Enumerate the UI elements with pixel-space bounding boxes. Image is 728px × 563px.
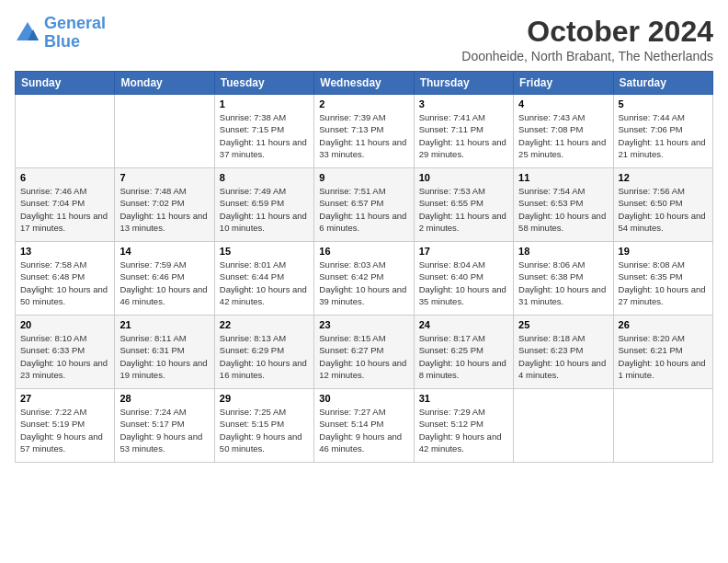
day-number: 10	[419, 172, 508, 183]
day-number: 13	[20, 246, 109, 257]
calendar-cell: 15Sunrise: 8:01 AM Sunset: 6:44 PM Dayli…	[214, 242, 313, 316]
day-number: 9	[319, 172, 408, 183]
day-number: 7	[119, 172, 209, 183]
header-row: SundayMondayTuesdayWednesdayThursdayFrid…	[16, 72, 713, 95]
day-number: 25	[518, 319, 608, 330]
day-info: Sunrise: 7:22 AM Sunset: 5:19 PM Dayligh…	[20, 406, 109, 454]
day-info: Sunrise: 7:25 AM Sunset: 5:15 PM Dayligh…	[220, 406, 309, 454]
day-info: Sunrise: 8:03 AM Sunset: 6:42 PM Dayligh…	[319, 259, 408, 307]
day-info: Sunrise: 8:11 AM Sunset: 6:31 PM Dayligh…	[119, 332, 209, 381]
header-day: Friday	[514, 72, 613, 95]
day-number: 26	[619, 319, 708, 330]
day-info: Sunrise: 7:54 AM Sunset: 6:53 PM Dayligh…	[518, 185, 608, 234]
calendar-cell: 29Sunrise: 7:25 AM Sunset: 5:15 PM Dayli…	[214, 389, 313, 463]
title-section: October 2024 Doonheide, North Brabant, T…	[461, 15, 713, 63]
day-number: 12	[619, 172, 708, 183]
day-number: 8	[220, 172, 309, 183]
calendar-cell: 1Sunrise: 7:38 AM Sunset: 7:15 PM Daylig…	[214, 95, 313, 168]
day-info: Sunrise: 8:18 AM Sunset: 6:23 PM Dayligh…	[518, 332, 608, 381]
day-number: 31	[419, 393, 508, 404]
calendar-cell	[16, 95, 115, 168]
calendar-cell: 16Sunrise: 8:03 AM Sunset: 6:42 PM Dayli…	[314, 242, 414, 316]
header-day: Tuesday	[214, 72, 313, 95]
calendar-cell: 19Sunrise: 8:08 AM Sunset: 6:35 PM Dayli…	[613, 242, 712, 316]
day-info: Sunrise: 7:29 AM Sunset: 5:12 PM Dayligh…	[419, 406, 508, 454]
calendar-cell: 8Sunrise: 7:49 AM Sunset: 6:59 PM Daylig…	[214, 168, 313, 242]
day-number: 27	[20, 393, 109, 404]
logo-general: General	[44, 14, 106, 32]
day-info: Sunrise: 7:38 AM Sunset: 7:15 PM Dayligh…	[220, 111, 309, 160]
day-info: Sunrise: 7:56 AM Sunset: 6:50 PM Dayligh…	[619, 185, 708, 234]
day-info: Sunrise: 8:17 AM Sunset: 6:25 PM Dayligh…	[419, 332, 508, 381]
day-info: Sunrise: 7:41 AM Sunset: 7:11 PM Dayligh…	[419, 111, 508, 160]
calendar-cell: 24Sunrise: 8:17 AM Sunset: 6:25 PM Dayli…	[414, 316, 513, 389]
header-day: Thursday	[414, 72, 513, 95]
day-info: Sunrise: 7:51 AM Sunset: 6:57 PM Dayligh…	[319, 185, 408, 234]
day-number: 23	[319, 319, 408, 330]
calendar-week-row: 6Sunrise: 7:46 AM Sunset: 7:04 PM Daylig…	[16, 168, 713, 242]
calendar-cell: 5Sunrise: 7:44 AM Sunset: 7:06 PM Daylig…	[613, 95, 712, 168]
logo: General Blue	[15, 15, 106, 52]
day-number: 15	[220, 246, 309, 257]
day-number: 1	[220, 98, 309, 109]
header-day: Monday	[115, 72, 214, 95]
day-info: Sunrise: 7:53 AM Sunset: 6:55 PM Dayligh…	[419, 185, 508, 234]
calendar-week-row: 13Sunrise: 7:58 AM Sunset: 6:48 PM Dayli…	[16, 242, 713, 316]
day-number: 19	[619, 246, 708, 257]
calendar-cell: 12Sunrise: 7:56 AM Sunset: 6:50 PM Dayli…	[613, 168, 712, 242]
day-info: Sunrise: 7:48 AM Sunset: 7:02 PM Dayligh…	[119, 185, 209, 234]
day-number: 5	[619, 98, 708, 109]
calendar-cell: 31Sunrise: 7:29 AM Sunset: 5:12 PM Dayli…	[414, 389, 513, 463]
calendar-cell: 14Sunrise: 7:59 AM Sunset: 6:46 PM Dayli…	[115, 242, 214, 316]
header-day: Saturday	[613, 72, 712, 95]
calendar-cell	[514, 389, 613, 463]
day-info: Sunrise: 8:04 AM Sunset: 6:40 PM Dayligh…	[419, 259, 508, 307]
calendar-cell: 4Sunrise: 7:43 AM Sunset: 7:08 PM Daylig…	[514, 95, 613, 168]
day-info: Sunrise: 7:46 AM Sunset: 7:04 PM Dayligh…	[20, 185, 109, 234]
calendar-cell: 3Sunrise: 7:41 AM Sunset: 7:11 PM Daylig…	[414, 95, 513, 168]
day-number: 22	[220, 319, 309, 330]
calendar-cell: 23Sunrise: 8:15 AM Sunset: 6:27 PM Dayli…	[314, 316, 414, 389]
calendar-week-row: 20Sunrise: 8:10 AM Sunset: 6:33 PM Dayli…	[16, 316, 713, 389]
location-title: Doonheide, North Brabant, The Netherland…	[461, 49, 713, 63]
calendar-body: 1Sunrise: 7:38 AM Sunset: 7:15 PM Daylig…	[16, 95, 713, 463]
day-number: 18	[518, 246, 608, 257]
day-info: Sunrise: 7:58 AM Sunset: 6:48 PM Dayligh…	[20, 259, 109, 307]
calendar-cell: 21Sunrise: 8:11 AM Sunset: 6:31 PM Dayli…	[115, 316, 214, 389]
day-number: 2	[319, 98, 408, 109]
day-number: 14	[119, 246, 209, 257]
calendar-week-row: 1Sunrise: 7:38 AM Sunset: 7:15 PM Daylig…	[16, 95, 713, 168]
logo-blue: Blue	[44, 32, 80, 51]
day-number: 6	[20, 172, 109, 183]
calendar-cell: 26Sunrise: 8:20 AM Sunset: 6:21 PM Dayli…	[613, 316, 712, 389]
calendar-week-row: 27Sunrise: 7:22 AM Sunset: 5:19 PM Dayli…	[16, 389, 713, 463]
day-info: Sunrise: 8:08 AM Sunset: 6:35 PM Dayligh…	[619, 259, 708, 307]
day-number: 4	[518, 98, 608, 109]
day-info: Sunrise: 7:44 AM Sunset: 7:06 PM Dayligh…	[619, 111, 708, 160]
calendar-cell: 11Sunrise: 7:54 AM Sunset: 6:53 PM Dayli…	[514, 168, 613, 242]
calendar-cell: 17Sunrise: 8:04 AM Sunset: 6:40 PM Dayli…	[414, 242, 513, 316]
day-info: Sunrise: 8:10 AM Sunset: 6:33 PM Dayligh…	[20, 332, 109, 381]
day-info: Sunrise: 7:49 AM Sunset: 6:59 PM Dayligh…	[220, 185, 309, 234]
calendar-cell: 22Sunrise: 8:13 AM Sunset: 6:29 PM Dayli…	[214, 316, 313, 389]
calendar-cell: 6Sunrise: 7:46 AM Sunset: 7:04 PM Daylig…	[16, 168, 115, 242]
calendar-cell: 28Sunrise: 7:24 AM Sunset: 5:17 PM Dayli…	[115, 389, 214, 463]
day-number: 29	[220, 393, 309, 404]
month-title: October 2024	[461, 15, 713, 49]
day-info: Sunrise: 8:15 AM Sunset: 6:27 PM Dayligh…	[319, 332, 408, 381]
day-info: Sunrise: 8:01 AM Sunset: 6:44 PM Dayligh…	[220, 259, 309, 307]
day-info: Sunrise: 7:59 AM Sunset: 6:46 PM Dayligh…	[119, 259, 209, 307]
day-info: Sunrise: 8:06 AM Sunset: 6:38 PM Dayligh…	[518, 259, 608, 307]
day-info: Sunrise: 7:43 AM Sunset: 7:08 PM Dayligh…	[518, 111, 608, 160]
calendar-cell: 30Sunrise: 7:27 AM Sunset: 5:14 PM Dayli…	[314, 389, 414, 463]
calendar-cell: 2Sunrise: 7:39 AM Sunset: 7:13 PM Daylig…	[314, 95, 414, 168]
day-number: 16	[319, 246, 408, 257]
day-number: 11	[518, 172, 608, 183]
calendar-cell: 10Sunrise: 7:53 AM Sunset: 6:55 PM Dayli…	[414, 168, 513, 242]
calendar-cell: 27Sunrise: 7:22 AM Sunset: 5:19 PM Dayli…	[16, 389, 115, 463]
page-header: General Blue October 2024 Doonheide, Nor…	[15, 15, 713, 63]
day-number: 17	[419, 246, 508, 257]
calendar-table: SundayMondayTuesdayWednesdayThursdayFrid…	[15, 71, 713, 463]
calendar-cell: 18Sunrise: 8:06 AM Sunset: 6:38 PM Dayli…	[514, 242, 613, 316]
calendar-cell	[115, 95, 214, 168]
